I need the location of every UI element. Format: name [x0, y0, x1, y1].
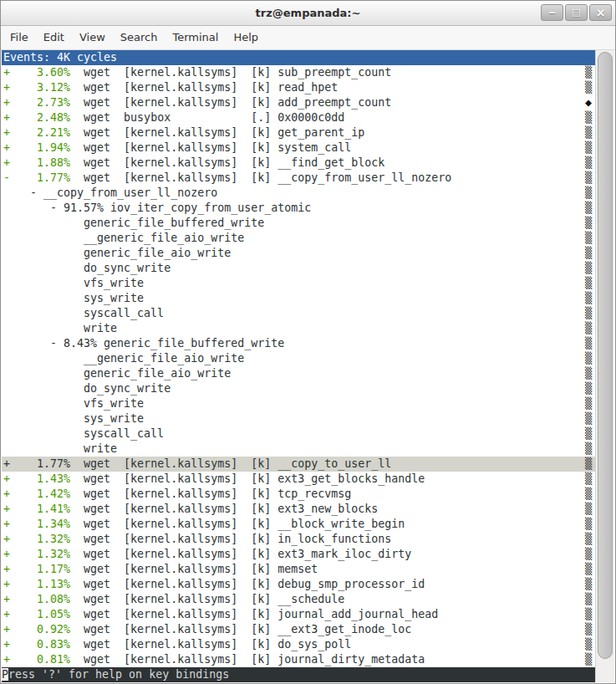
window-title: trz@empanada:~: [1, 1, 615, 25]
terminal-cursor: P: [2, 668, 8, 681]
tui-scrollbar-track-icon: ▒: [585, 532, 592, 547]
perf-row: - 1.77% wget [kernel.kallsyms] [k] __cop…: [2, 171, 595, 186]
tui-scrollbar-track-icon: ▒: [585, 201, 592, 216]
tui-scrollbar-track-icon: ▒: [585, 186, 592, 201]
tui-scrollbar-track-icon: ▒: [585, 110, 592, 125]
perf-row: + 1.94% wget [kernel.kallsyms] [k] syste…: [2, 140, 595, 156]
tui-scrollbar-track-icon: ▒: [585, 547, 592, 562]
perf-row: + 1.17% wget [kernel.kallsyms] [k] memse…: [2, 562, 595, 577]
tui-scrollbar-thumb-icon: ◆: [585, 95, 592, 110]
perf-row: vfs_write▒: [2, 276, 595, 291]
terminal-screen[interactable]: Events: 4K cycles + 3.60% wget [kernel.k…: [2, 50, 614, 682]
perf-row: - 91.57% iov_iter_copy_from_user_atomic▒: [2, 201, 595, 216]
menu-edit[interactable]: Edit: [36, 26, 72, 49]
perf-row: write▒: [2, 442, 595, 457]
minimize-button[interactable]: −: [541, 4, 563, 21]
tui-scrollbar-track-icon: ▒: [585, 426, 592, 442]
perf-row: sys_write▒: [2, 411, 595, 426]
perf-row: do_sync_write▒: [2, 261, 595, 276]
menu-file[interactable]: File: [3, 26, 36, 49]
perf-row: generic_file_aio_write▒: [2, 366, 595, 381]
maximize-button[interactable]: □: [565, 4, 588, 21]
events-header: Events: 4K cycles: [2, 50, 595, 65]
tui-scrollbar-track-icon: ▒: [585, 336, 592, 351]
tui-scrollbar-track-icon: ▒: [585, 622, 592, 637]
perf-row: + 1.32% wget [kernel.kallsyms] [k] in_lo…: [2, 532, 595, 547]
tui-scrollbar-track-icon: ▒: [585, 411, 592, 426]
perf-row: + 2.21% wget [kernel.kallsyms] [k] get_p…: [2, 125, 595, 140]
perf-row: syscall_call▒: [2, 306, 595, 321]
perf-row: - 8.43% generic_file_buffered_write▒: [2, 336, 595, 351]
tui-scrollbar-track-icon: ▒: [585, 472, 592, 487]
perf-row: + 1.34% wget [kernel.kallsyms] [k] __blo…: [2, 517, 595, 532]
perf-row: do_sync_write▒: [2, 381, 595, 396]
perf-row: write▒: [2, 321, 595, 336]
tui-scrollbar-track-icon: ▒: [585, 80, 592, 95]
tui-scrollbar-track-icon: ▒: [585, 140, 592, 156]
tui-scrollbar-track-icon: ▒: [585, 231, 592, 246]
tui-scrollbar-track-icon: ▒: [585, 607, 592, 622]
perf-row: generic_file_buffered_write▒: [2, 216, 595, 231]
scrollbar[interactable]: [595, 50, 614, 682]
perf-row: + 3.60% wget [kernel.kallsyms] [k] sub_p…: [2, 65, 595, 80]
perf-row: + 3.12% wget [kernel.kallsyms] [k] read_…: [2, 80, 595, 95]
perf-row: + 0.83% wget [kernel.kallsyms] [k] do_sy…: [2, 637, 595, 652]
tui-scrollbar-track-icon: ▒: [585, 261, 592, 276]
perf-row: + 1.41% wget [kernel.kallsyms] [k] ext3_…: [2, 502, 595, 517]
perf-row: + 1.43% wget [kernel.kallsyms] [k] ext3_…: [2, 472, 595, 487]
perf-row: + 0.92% wget [kernel.kallsyms] [k] __ext…: [2, 622, 595, 637]
menu-search[interactable]: Search: [113, 26, 165, 49]
statusbar: Press '?' for help on key bindings: [2, 667, 595, 682]
tui-scrollbar-track-icon: ▒: [585, 125, 592, 140]
tui-scrollbar-track-icon: ▒: [585, 502, 592, 517]
perf-row: generic_file_aio_write▒: [2, 246, 595, 261]
statusbar-text: ress '?' for help on key bindings: [8, 668, 229, 681]
terminal-window: trz@empanada:~ − □ × File Edit View Sear…: [0, 0, 616, 684]
tui-scrollbar-track-icon: ▒: [585, 577, 592, 592]
tui-scrollbar-track-icon: ▒: [585, 65, 592, 80]
close-icon: ×: [596, 6, 606, 19]
tui-scrollbar-track-icon: ▒: [585, 442, 592, 457]
perf-row: + 2.48% wget busybox [.] 0x0000c0dd▒: [2, 110, 595, 125]
tui-scrollbar-track-icon: ▒: [585, 457, 592, 472]
tui-scrollbar-track-icon: ▒: [585, 291, 592, 306]
tui-scrollbar-track-icon: ▒: [585, 592, 592, 607]
perf-row: + 1.88% wget [kernel.kallsyms] [k] __fin…: [2, 156, 595, 171]
menu-help[interactable]: Help: [226, 26, 266, 49]
perf-tui: Events: 4K cycles + 3.60% wget [kernel.k…: [2, 50, 595, 682]
perf-row: - __copy_from_user_ll_nozero▒: [2, 186, 595, 201]
perf-row: + 1.32% wget [kernel.kallsyms] [k] ext3_…: [2, 547, 595, 562]
titlebar[interactable]: trz@empanada:~ − □ ×: [1, 1, 615, 26]
tui-scrollbar-track-icon: ▒: [585, 517, 592, 532]
perf-row: vfs_write▒: [2, 396, 595, 411]
close-button[interactable]: ×: [589, 4, 612, 21]
scrollbar-thumb[interactable]: [598, 52, 613, 659]
menu-view[interactable]: View: [72, 26, 113, 49]
perf-row: + 2.73% wget [kernel.kallsyms] [k] add_p…: [2, 95, 595, 110]
tui-scrollbar-track-icon: ▒: [585, 562, 592, 577]
menu-terminal[interactable]: Terminal: [165, 26, 226, 49]
tui-scrollbar-track-icon: ▒: [585, 246, 592, 261]
menubar: File Edit View Search Terminal Help: [1, 26, 615, 50]
minimize-icon: −: [547, 7, 556, 18]
perf-row: syscall_call▒: [2, 426, 595, 442]
tui-scrollbar-track-icon: ▒: [585, 351, 592, 366]
perf-row: + 1.08% wget [kernel.kallsyms] [k] __sch…: [2, 592, 595, 607]
perf-row: + 0.81% wget [kernel.kallsyms] [k] journ…: [2, 652, 595, 667]
perf-row-list: + 3.60% wget [kernel.kallsyms] [k] sub_p…: [2, 65, 595, 667]
tui-scrollbar-track-icon: ▒: [585, 487, 592, 502]
perf-row: __generic_file_aio_write▒: [2, 231, 595, 246]
tui-scrollbar-track-icon: ▒: [585, 652, 592, 667]
tui-scrollbar-track-icon: ▒: [585, 321, 592, 336]
tui-scrollbar-track-icon: ▒: [585, 156, 592, 171]
maximize-icon: □: [572, 7, 580, 18]
tui-scrollbar-track-icon: ▒: [585, 276, 592, 291]
tui-scrollbar-track-icon: ▒: [585, 396, 592, 411]
tui-scrollbar-track-icon: ▒: [585, 171, 592, 186]
tui-scrollbar-track-icon: ▒: [585, 637, 592, 652]
tui-scrollbar-track-icon: ▒: [585, 306, 592, 321]
perf-row: + 1.05% wget [kernel.kallsyms] [k] journ…: [2, 607, 595, 622]
tui-scrollbar-track-icon: ▒: [585, 381, 592, 396]
perf-row: sys_write▒: [2, 291, 595, 306]
perf-row-selected: + 1.77% wget [kernel.kallsyms] [k] __cop…: [2, 457, 595, 472]
